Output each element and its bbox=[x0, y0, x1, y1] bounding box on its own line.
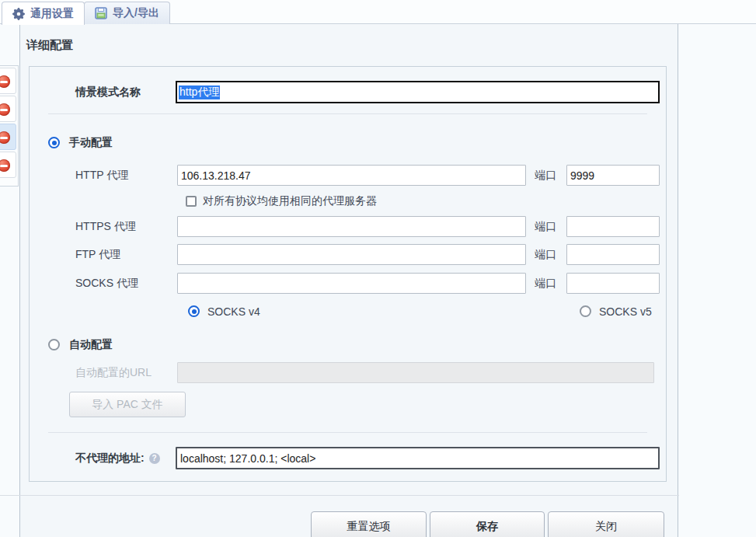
auto-url-input bbox=[177, 362, 654, 383]
reset-options-button[interactable]: 重置选项 bbox=[311, 511, 427, 537]
socks-v5-radio[interactable] bbox=[580, 305, 591, 317]
socks-proxy-input[interactable] bbox=[177, 273, 526, 294]
import-pac-button[interactable]: 导入 PAC 文件 bbox=[69, 392, 186, 417]
http-proxy-label: HTTP 代理 bbox=[75, 165, 128, 186]
manual-config-radio[interactable] bbox=[48, 137, 60, 148]
delete-profile-icon[interactable] bbox=[0, 131, 10, 144]
socks-port-input[interactable] bbox=[566, 273, 660, 294]
https-proxy-label: HTTPS 代理 bbox=[75, 216, 136, 237]
no-proxy-input[interactable] bbox=[176, 447, 660, 469]
save-icon bbox=[95, 7, 107, 19]
panel-heading: 详细配置 bbox=[26, 38, 73, 53]
gear-icon bbox=[12, 8, 25, 20]
socks-v4-label: SOCKS v4 bbox=[207, 305, 260, 318]
auto-url-label: 自动配置的URL bbox=[75, 362, 152, 383]
delete-profile-icon[interactable] bbox=[0, 103, 10, 116]
ftp-port-input[interactable] bbox=[566, 244, 660, 265]
delete-profile-icon[interactable] bbox=[0, 75, 10, 88]
socks-proxy-label: SOCKS 代理 bbox=[75, 273, 138, 294]
divider bbox=[48, 432, 647, 433]
tab-bar: 通用设置 导入/导出 bbox=[0, 0, 756, 24]
https-port-input[interactable] bbox=[566, 216, 660, 237]
ftp-proxy-label: FTP 代理 bbox=[75, 244, 120, 265]
settings-panel: 详细配置 情景模式名称 http代理 手动配置 HTTP 代理 端口 对所有协议… bbox=[19, 24, 678, 537]
proxy-config-fieldset: 情景模式名称 http代理 手动配置 HTTP 代理 端口 对所有协议均使用相同… bbox=[29, 66, 667, 482]
save-button[interactable]: 保存 bbox=[430, 511, 545, 537]
tab-import-export[interactable]: 导入/导出 bbox=[84, 2, 170, 24]
manual-config-label: 手动配置 bbox=[69, 136, 113, 150]
http-proxy-input[interactable] bbox=[177, 165, 526, 186]
tab-import-export-label: 导入/导出 bbox=[113, 6, 159, 20]
http-port-input[interactable] bbox=[566, 165, 660, 186]
footer-divider bbox=[0, 495, 679, 496]
https-port-label: 端口 bbox=[535, 216, 556, 237]
socks-v5-label: SOCKS v5 bbox=[599, 305, 652, 318]
ftp-proxy-input[interactable] bbox=[177, 244, 526, 265]
profile-item[interactable] bbox=[0, 96, 16, 122]
profile-item[interactable] bbox=[0, 152, 16, 178]
http-port-label: 端口 bbox=[535, 165, 556, 186]
same-proxy-checkbox[interactable] bbox=[186, 196, 197, 207]
auto-config-label: 自动配置 bbox=[69, 338, 113, 352]
profile-list bbox=[0, 65, 19, 187]
tab-general-settings-label: 通用设置 bbox=[30, 7, 74, 21]
ftp-port-label: 端口 bbox=[535, 244, 556, 265]
profile-item-selected[interactable] bbox=[0, 124, 16, 150]
close-button[interactable]: 关闭 bbox=[548, 511, 664, 537]
auto-config-radio[interactable] bbox=[48, 339, 60, 350]
profile-item[interactable] bbox=[0, 68, 16, 94]
no-proxy-label: 不代理的地址: bbox=[75, 452, 145, 466]
socks-v4-radio[interactable] bbox=[188, 305, 200, 317]
profile-name-label: 情景模式名称 bbox=[75, 81, 141, 103]
socks-port-label: 端口 bbox=[535, 273, 556, 294]
tab-general-settings[interactable]: 通用设置 bbox=[2, 2, 85, 25]
divider bbox=[48, 113, 647, 114]
delete-profile-icon[interactable] bbox=[0, 159, 10, 172]
question-icon[interactable]: ? bbox=[149, 453, 160, 464]
profile-name-input[interactable]: http代理 bbox=[176, 81, 660, 103]
https-proxy-input[interactable] bbox=[177, 216, 526, 237]
profile-name-selected-text: http代理 bbox=[179, 85, 220, 99]
same-proxy-label: 对所有协议均使用相同的代理服务器 bbox=[203, 194, 377, 208]
